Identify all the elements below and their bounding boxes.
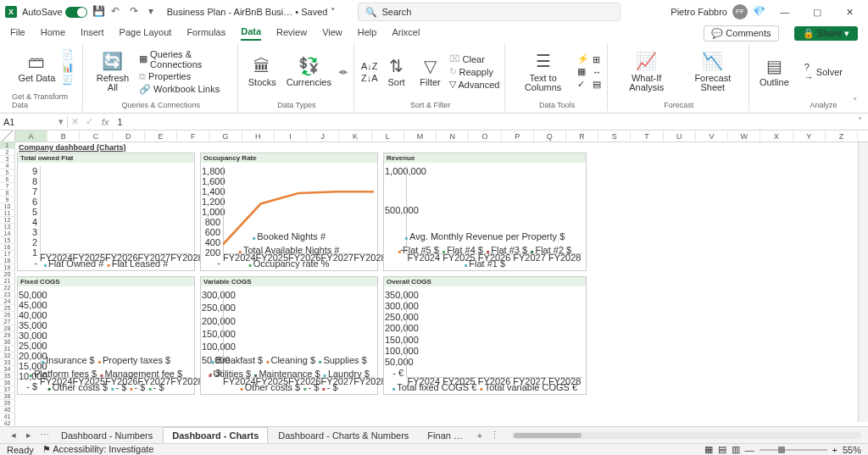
row-header[interactable]: 1 [0,142,15,149]
consolidate-icon[interactable]: ⊞ [593,54,602,65]
row-header[interactable]: 12 [0,217,15,224]
col-header[interactable]: O [469,130,501,141]
minimize-button[interactable]: — [771,7,798,17]
col-header[interactable]: R [566,130,598,141]
row-header[interactable]: 5 [0,169,15,176]
view-pagebreak-icon[interactable]: ▥ [732,444,740,455]
col-header[interactable]: T [631,130,663,141]
datatype-nav[interactable]: ◂▸ [338,66,348,77]
row-header[interactable]: 23 [0,291,15,298]
row-header[interactable]: 21 [0,278,15,285]
row-header[interactable]: 40 [0,407,15,413]
sheet-tab-active[interactable]: Dashboard - Charts [163,427,268,443]
col-header[interactable]: J [307,130,339,141]
whatif-button[interactable]: 📈What-If Analysis [615,50,679,94]
tab-file[interactable]: File [10,27,25,40]
row-header[interactable]: 18 [0,258,15,264]
col-header[interactable]: L [372,130,404,141]
zoom-slider[interactable] [760,449,827,451]
view-pagelayout-icon[interactable]: ▤ [718,444,726,455]
view-normal-icon[interactable]: ▦ [704,444,713,455]
formula-input[interactable]: 1 [114,117,853,127]
row-header[interactable]: 20 [0,271,15,278]
search-input[interactable]: 🔍 Search [358,3,620,21]
tab-pagelayout[interactable]: Page Layout [120,27,172,40]
undo-icon[interactable]: ↶ [111,5,125,19]
qat-more-icon[interactable]: ▾ [148,5,162,19]
queries-connections-button[interactable]: ▦ Queries & Connections [139,49,232,69]
autosave-toggle[interactable]: AutoSave [22,7,87,18]
col-header[interactable]: A [15,130,47,141]
advanced-filter-button[interactable]: ▽ Advanced [449,79,500,90]
col-header[interactable]: V [696,130,728,141]
zoom-out-icon[interactable]: — [745,445,754,455]
add-sheet-icon[interactable]: + [473,430,487,441]
currencies-button[interactable]: 💱Currencies [283,54,335,89]
chart-c3[interactable]: Revenue1,000,000500,000-FY2024FY2025FY20… [383,153,587,271]
sheet-tab[interactable]: Finan … [419,428,471,443]
tab-data[interactable]: Data [241,26,261,41]
col-header[interactable]: B [47,130,80,141]
validation-icon[interactable]: ✓ [577,79,589,90]
sheet-menu-icon[interactable]: ⋮ [488,430,502,441]
share-button[interactable]: 🔒 Share ▾ [794,26,858,41]
zoom-in-icon[interactable]: + [832,445,837,455]
row-header[interactable]: 29 [0,332,15,339]
col-header[interactable]: P [502,130,534,141]
maximize-button[interactable]: ▢ [804,7,831,18]
outline-button[interactable]: ▤Outline [756,54,793,89]
sheet-tab[interactable]: Dashboard - Charts & Numbers [270,428,417,443]
properties-button[interactable]: ⧉ Properties [139,71,232,82]
save-icon[interactable]: 💾 [92,5,106,19]
relations-icon[interactable]: ↔ [593,67,602,77]
comments-button[interactable]: 💬 Comments [704,25,778,42]
toggle-on-icon[interactable] [65,7,87,18]
col-header[interactable]: C [80,130,112,141]
row-header[interactable]: 16 [0,244,15,251]
from-file-icon[interactable]: 📄 [62,49,74,60]
col-header[interactable]: G [209,130,242,141]
hscrollbar[interactable] [512,432,861,439]
forecast-sheet-button[interactable]: 📉Forecast Sheet [682,50,743,94]
select-all-corner[interactable] [0,130,15,141]
row-header[interactable]: 10 [0,203,15,210]
from-table-icon[interactable]: 🧾 [62,75,74,86]
col-header[interactable]: Y [793,130,826,141]
col-header[interactable]: M [404,130,437,141]
chart-c1[interactable]: Total owned Flat987654321-FY2024FY2025FY… [17,153,195,271]
row-header[interactable]: 17 [0,251,15,258]
chart-c2[interactable]: Occupancy Rate1,8001,6001,4001,2001,0008… [200,153,378,271]
row-header[interactable]: 7 [0,183,15,190]
row-header[interactable]: 2 [0,149,15,156]
vscrollbar[interactable] [858,142,868,422]
name-box[interactable]: A1▾ [0,116,68,127]
tab-arixcel[interactable]: Arixcel [392,27,420,40]
row-header[interactable]: 8 [0,190,15,197]
sort-za-icon[interactable]: Z↓A [361,73,378,83]
formula-expand-icon[interactable]: ˅ [853,116,868,127]
cancel-icon[interactable]: ✕ [68,116,82,127]
enter-icon[interactable]: ✓ [82,116,97,127]
from-web-icon[interactable]: 📊 [62,62,74,73]
clear-filter-button[interactable]: ⌧ Clear [449,53,500,64]
filename[interactable]: Business Plan - AirBnB Busi… • Saved ˅ [167,7,336,18]
row-header[interactable]: 28 [0,325,15,332]
diamond-icon[interactable]: 💎 [753,5,766,19]
datamodel-icon[interactable]: ▤ [593,79,602,90]
tab-more-icon[interactable]: ⋯ [37,430,51,441]
tab-insert[interactable]: Insert [81,27,104,40]
sheet-tab[interactable]: Dashboard - Numbers [53,428,161,443]
col-header[interactable]: S [598,130,631,141]
tab-formulas[interactable]: Formulas [186,27,225,40]
zoom-level[interactable]: 55% [843,445,861,455]
reapply-button[interactable]: ↻ Reapply [449,66,500,77]
tab-review[interactable]: Review [276,27,307,40]
chart-c6[interactable]: Overall COGS350,000300,000250,000200,000… [383,276,587,395]
accessibility-button[interactable]: ⚑ Accessibility: Investigate [42,444,154,455]
close-button[interactable]: ✕ [836,7,863,18]
worksheet[interactable]: 1234567891011121314151617181920212223242… [0,142,868,422]
dedupe-icon[interactable]: ▦ [577,66,589,77]
row-header[interactable]: 38 [0,393,15,400]
row-header[interactable]: 9 [0,197,15,203]
refresh-all-button[interactable]: 🔄Refresh All [90,50,136,94]
